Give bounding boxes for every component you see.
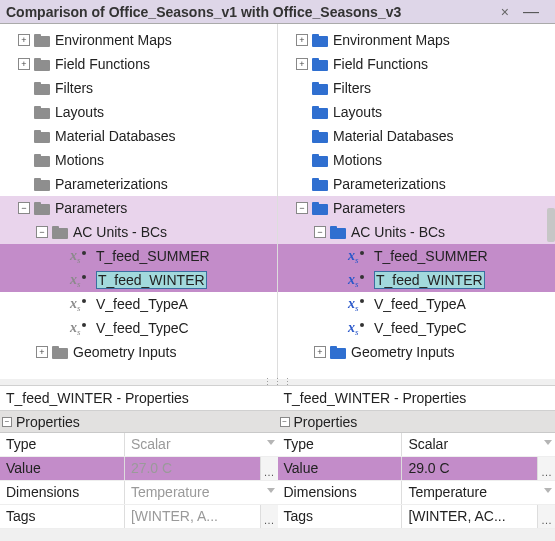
tree-label: T_feed_SUMMER [374, 248, 488, 264]
tree-node[interactable]: xsV_feed_TypeA [278, 292, 555, 316]
tree-node[interactable]: +Field Functions [0, 52, 277, 76]
properties-panels: − Properties Type Scalar Value 27.0 C … … [0, 411, 555, 529]
prop-row-type[interactable]: Type Scalar [0, 433, 278, 457]
expand-icon[interactable]: + [296, 58, 308, 70]
tree-node[interactable]: Parameterizations [0, 172, 277, 196]
section-header[interactable]: − Properties [278, 411, 556, 433]
tree-node-selected[interactable]: xsT_feed_WINTER [278, 268, 555, 292]
expand-icon[interactable]: + [314, 346, 326, 358]
folder-icon [34, 34, 50, 47]
tree-label: T_feed_WINTER [96, 271, 207, 289]
prop-value[interactable]: [WINTER, A... [125, 505, 260, 528]
prop-row-value-diff[interactable]: Value 27.0 C … [0, 457, 278, 481]
scalar-param-icon: xs [348, 296, 370, 312]
tab-close-icon[interactable]: × [497, 4, 513, 20]
dropdown-icon[interactable] [544, 488, 552, 493]
prop-row-tags[interactable]: Tags [WINTER, A... … [0, 505, 278, 529]
tree-node[interactable]: Filters [278, 76, 555, 100]
prop-row-tags[interactable]: Tags [WINTER, AC... … [278, 505, 556, 529]
tree-node-diff[interactable]: −AC Units - BCs [0, 220, 277, 244]
tree-label: T_feed_WINTER [374, 271, 485, 289]
tree-label: AC Units - BCs [351, 224, 445, 240]
section-header[interactable]: − Properties [0, 411, 278, 433]
prop-value[interactable]: 29.0 C [402, 457, 537, 480]
tree-label: V_feed_TypeA [96, 296, 188, 312]
section-title: Properties [294, 414, 358, 430]
tree-node-diff-strong[interactable]: xsT_feed_SUMMER [278, 244, 555, 268]
prop-value[interactable]: Temperature [125, 481, 278, 504]
tree-node-diff-strong[interactable]: xsT_feed_SUMMER [0, 244, 277, 268]
tree-left[interactable]: +Environment Maps +Field Functions Filte… [0, 24, 277, 364]
tree-node[interactable]: xsV_feed_TypeC [0, 316, 277, 340]
tree-node-selected[interactable]: xsT_feed_WINTER [0, 268, 277, 292]
scalar-param-icon: xs [348, 272, 370, 288]
tree-node[interactable]: +Geometry Inputs [0, 340, 277, 364]
prop-key: Dimensions [278, 481, 403, 504]
ellipsis-button[interactable]: … [537, 457, 555, 480]
minimize-button[interactable]: — [513, 4, 549, 20]
prop-key: Tags [278, 505, 403, 528]
collapse-icon[interactable]: − [18, 202, 30, 214]
prop-row-dimensions[interactable]: Dimensions Temperature [278, 481, 556, 505]
folder-icon [52, 346, 68, 359]
dropdown-icon[interactable] [267, 440, 275, 445]
prop-row-type[interactable]: Type Scalar [278, 433, 556, 457]
tree-node[interactable]: Material Databases [278, 124, 555, 148]
tree-label: Parameterizations [333, 176, 446, 192]
ellipsis-button[interactable]: … [260, 505, 278, 528]
tree-label: Geometry Inputs [351, 344, 455, 360]
expand-icon[interactable]: + [36, 346, 48, 358]
folder-icon [52, 226, 68, 239]
expand-icon[interactable]: + [296, 34, 308, 46]
ellipsis-button[interactable]: … [260, 457, 278, 480]
tree-node[interactable]: Parameterizations [278, 172, 555, 196]
expand-icon[interactable]: + [18, 58, 30, 70]
prop-value[interactable]: Scalar [125, 433, 278, 456]
dropdown-icon[interactable] [267, 488, 275, 493]
tree-node-diff[interactable]: −Parameters [278, 196, 555, 220]
collapse-icon[interactable]: − [280, 417, 290, 427]
tree-right[interactable]: +Environment Maps +Field Functions Filte… [278, 24, 555, 364]
prop-key: Type [278, 433, 403, 456]
horizontal-splitter[interactable]: ⋮⋮⋮ [0, 379, 555, 385]
prop-row-value-diff[interactable]: Value 29.0 C … [278, 457, 556, 481]
prop-key: Type [0, 433, 125, 456]
tree-node[interactable]: Material Databases [0, 124, 277, 148]
tree-node[interactable]: +Field Functions [278, 52, 555, 76]
tree-node[interactable]: +Environment Maps [278, 28, 555, 52]
left-tree-pane: +Environment Maps +Field Functions Filte… [0, 24, 277, 379]
tree-node[interactable]: xsV_feed_TypeC [278, 316, 555, 340]
collapse-icon[interactable]: − [296, 202, 308, 214]
collapse-icon[interactable]: − [2, 417, 12, 427]
folder-icon [34, 178, 50, 191]
tree-node[interactable]: Layouts [278, 100, 555, 124]
tree-node[interactable]: Motions [0, 148, 277, 172]
tree-node[interactable]: +Environment Maps [0, 28, 277, 52]
tree-label: V_feed_TypeC [96, 320, 189, 336]
tree-node[interactable]: +Geometry Inputs [278, 340, 555, 364]
scrollbar-thumb[interactable] [547, 208, 555, 242]
tree-node[interactable]: Filters [0, 76, 277, 100]
tree-node[interactable]: xsV_feed_TypeA [0, 292, 277, 316]
left-properties: − Properties Type Scalar Value 27.0 C … … [0, 411, 278, 529]
tree-node[interactable]: Motions [278, 148, 555, 172]
prop-value[interactable]: [WINTER, AC... [402, 505, 537, 528]
tree-label: Parameters [55, 200, 127, 216]
expand-icon[interactable]: + [18, 34, 30, 46]
prop-key: Tags [0, 505, 125, 528]
ellipsis-button[interactable]: … [537, 505, 555, 528]
tree-label: Field Functions [333, 56, 428, 72]
tree-label: V_feed_TypeC [374, 320, 467, 336]
collapse-icon[interactable]: − [36, 226, 48, 238]
prop-row-dimensions[interactable]: Dimensions Temperature [0, 481, 278, 505]
prop-value[interactable]: 27.0 C [125, 457, 260, 480]
tree-node-diff[interactable]: −AC Units - BCs [278, 220, 555, 244]
tree-node-diff[interactable]: −Parameters [0, 196, 277, 220]
dropdown-icon[interactable] [544, 440, 552, 445]
scalar-param-icon: xs [70, 296, 92, 312]
prop-value[interactable]: Scalar [402, 433, 555, 456]
tree-label: Motions [333, 152, 382, 168]
tree-node[interactable]: Layouts [0, 100, 277, 124]
prop-value[interactable]: Temperature [402, 481, 555, 504]
collapse-icon[interactable]: − [314, 226, 326, 238]
